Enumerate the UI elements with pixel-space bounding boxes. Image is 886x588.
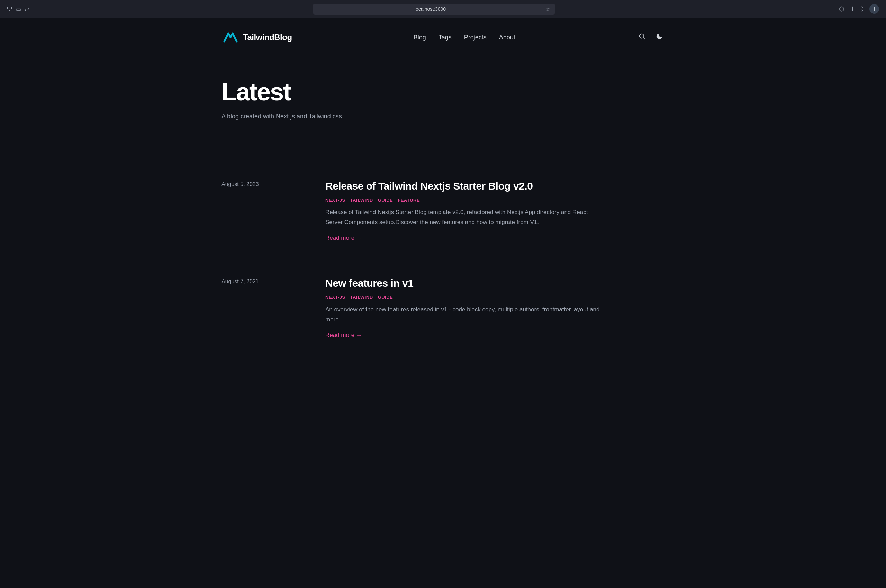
post-excerpt: An overview of the new features released…: [325, 305, 602, 325]
tab-icon: ▭: [16, 6, 21, 12]
browser-chrome: 🛡 ▭ ⇄ localhost:3000 ☆ ⬡ ⬇ ⧘ T: [0, 0, 886, 18]
post-date: August 7, 2021: [221, 276, 311, 339]
page-wrapper: TailwindBlog Blog Tags Projects About: [201, 18, 685, 356]
network-icon: ⇄: [24, 6, 29, 12]
profile-avatar[interactable]: T: [869, 4, 879, 14]
address-bar[interactable]: localhost:3000 ☆: [313, 4, 555, 15]
nav-blog[interactable]: Blog: [414, 34, 426, 41]
read-more-link[interactable]: Read more →: [325, 234, 665, 242]
post-tag[interactable]: NEXT-JS: [325, 295, 345, 300]
post-tags: NEXT-JS TAILWIND GUIDE FEATURE: [325, 198, 665, 202]
search-button[interactable]: [637, 31, 647, 44]
post-tag[interactable]: GUIDE: [378, 295, 393, 300]
read-more-link[interactable]: Read more →: [325, 332, 665, 339]
star-bookmark-icon[interactable]: ☆: [545, 6, 550, 12]
logo-icon: [221, 29, 238, 46]
post-tag[interactable]: NEXT-JS: [325, 198, 345, 202]
site-header: TailwindBlog Blog Tags Projects About: [221, 18, 665, 57]
post-item: August 7, 2021 New features in v1 NEXT-J…: [221, 259, 665, 356]
post-item: August 5, 2023 Release of Tailwind Nextj…: [221, 162, 665, 259]
post-tags: NEXT-JS TAILWIND GUIDE: [325, 295, 665, 300]
url-text: localhost:3000: [318, 6, 543, 12]
browser-nav-icons: 🛡 ▭ ⇄: [7, 6, 29, 12]
logo-text: TailwindBlog: [243, 33, 292, 42]
history-icon[interactable]: ⧘: [861, 6, 864, 13]
post-tag[interactable]: TAILWIND: [350, 295, 373, 300]
nav-tags[interactable]: Tags: [439, 34, 452, 41]
dark-mode-toggle[interactable]: [654, 31, 665, 44]
post-title[interactable]: Release of Tailwind Nextjs Starter Blog …: [325, 179, 665, 193]
post-tag[interactable]: TAILWIND: [350, 198, 373, 202]
logo-area[interactable]: TailwindBlog: [221, 29, 292, 46]
page-title: Latest: [221, 78, 665, 106]
post-excerpt: Release of Tailwind Nextjs Starter Blog …: [325, 207, 602, 228]
post-date: August 5, 2023: [221, 179, 311, 242]
nav-projects[interactable]: Projects: [464, 34, 487, 41]
shield-icon: 🛡: [7, 6, 12, 12]
hero-section: Latest A blog created with Next.js and T…: [221, 57, 665, 134]
search-icon: [638, 33, 646, 40]
nav-about[interactable]: About: [499, 34, 515, 41]
download-icon[interactable]: ⬇: [850, 5, 855, 13]
nav-icon-buttons: [637, 31, 665, 44]
hero-divider: [221, 148, 665, 148]
svg-point-0: [639, 34, 644, 38]
browser-toolbar-right: ⬡ ⬇ ⧘ T: [839, 4, 879, 14]
post-title[interactable]: New features in v1: [325, 276, 665, 290]
post-content: New features in v1 NEXT-JS TAILWIND GUID…: [325, 276, 665, 339]
post-content: Release of Tailwind Nextjs Starter Blog …: [325, 179, 665, 242]
post-tag[interactable]: GUIDE: [378, 198, 393, 202]
post-tag[interactable]: FEATURE: [398, 198, 420, 202]
svg-line-1: [643, 38, 645, 39]
main-nav: Blog Tags Projects About: [414, 34, 515, 41]
post-list: August 5, 2023 Release of Tailwind Nextj…: [221, 162, 665, 356]
hero-subtitle: A blog created with Next.js and Tailwind…: [221, 113, 665, 120]
pocket-icon[interactable]: ⬡: [839, 5, 844, 13]
moon-icon: [656, 33, 663, 40]
